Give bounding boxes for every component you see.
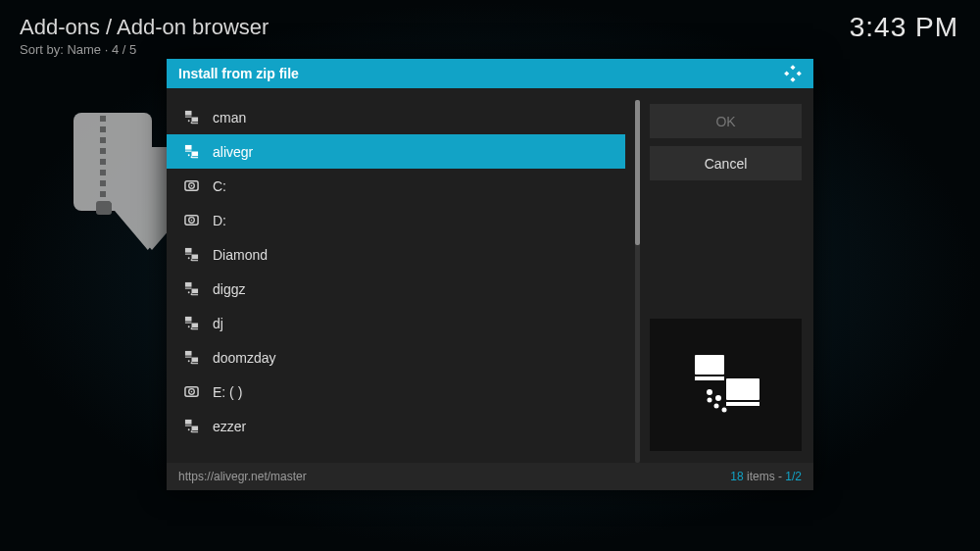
svg-rect-3	[784, 71, 789, 75]
dialog-footer: https://alivegr.net/master 18 items - 1/…	[167, 463, 813, 490]
file-item-label: ezzer	[213, 419, 246, 434]
file-browser-list[interactable]: cmanalivegrC:D:DiamonddiggzdjdoomzdayE: …	[167, 100, 625, 463]
install-zip-dialog: Install from zip file cmanalivegrC:D:Dia…	[167, 59, 813, 490]
file-item-label: C:	[213, 178, 226, 194]
svg-rect-7	[695, 376, 724, 380]
svg-point-11	[715, 395, 721, 401]
scrollbar[interactable]	[635, 100, 640, 463]
network-icon	[184, 247, 199, 262]
dialog-titlebar: Install from zip file	[167, 59, 813, 88]
file-item-label: doomzday	[213, 350, 276, 366]
zip-download-icon	[69, 108, 176, 284]
drive-icon	[184, 213, 199, 227]
network-icon	[184, 419, 199, 433]
sort-indicator: Sort by: Name · 4 / 5	[20, 42, 269, 57]
file-item-label: Diamond	[213, 247, 268, 263]
svg-rect-8	[726, 378, 760, 400]
file-item-d[interactable]: D:	[167, 203, 625, 237]
scrollbar-thumb[interactable]	[635, 100, 640, 245]
drive-icon	[184, 384, 199, 399]
file-item-c[interactable]: C:	[167, 169, 625, 203]
file-item-e[interactable]: E: ( )	[167, 375, 625, 409]
svg-point-14	[713, 404, 718, 409]
kodi-logo-icon	[784, 65, 802, 82]
network-icon	[184, 281, 199, 296]
file-item-diamond[interactable]: Diamond	[167, 237, 625, 272]
dialog-title: Install from zip file	[178, 66, 299, 81]
drive-icon	[184, 178, 199, 193]
clock: 3:43 PM	[850, 12, 958, 43]
svg-point-10	[707, 389, 712, 395]
footer-count: 18 items - 1/2	[730, 470, 802, 483]
network-source-icon	[687, 353, 765, 417]
svg-rect-5	[790, 77, 795, 82]
file-item-dj[interactable]: dj	[167, 306, 625, 340]
ok-button[interactable]: OK	[650, 104, 802, 138]
network-icon	[184, 144, 199, 159]
cancel-button[interactable]: Cancel	[650, 146, 802, 180]
file-item-diggz[interactable]: diggz	[167, 272, 625, 306]
svg-rect-4	[797, 71, 802, 75]
footer-path: https://alivegr.net/master	[178, 470, 307, 483]
file-item-cman[interactable]: cman	[167, 100, 625, 134]
file-item-label: alivegr	[213, 144, 253, 160]
network-icon	[184, 110, 199, 125]
file-item-alivegr[interactable]: alivegr	[167, 134, 625, 169]
network-icon	[184, 350, 199, 365]
file-item-label: dj	[213, 316, 223, 331]
svg-point-15	[721, 408, 726, 413]
file-item-ezzer[interactable]: ezzer	[167, 409, 625, 443]
file-item-doomzday[interactable]: doomzday	[167, 340, 625, 375]
dialog-side-panel: OK Cancel	[650, 100, 802, 463]
file-item-label: E: ( )	[213, 384, 242, 400]
page-header: Add-ons / Add-on browser Sort by: Name ·…	[20, 15, 269, 57]
svg-rect-1	[96, 201, 112, 215]
svg-rect-6	[695, 355, 724, 375]
file-item-label: D:	[213, 213, 226, 228]
svg-rect-9	[726, 402, 760, 406]
file-item-label: diggz	[213, 281, 245, 297]
network-icon	[184, 316, 199, 330]
source-preview	[650, 319, 802, 451]
svg-point-13	[707, 398, 711, 403]
file-item-label: cman	[213, 110, 246, 125]
breadcrumb: Add-ons / Add-on browser	[20, 15, 269, 40]
svg-rect-2	[790, 65, 795, 70]
